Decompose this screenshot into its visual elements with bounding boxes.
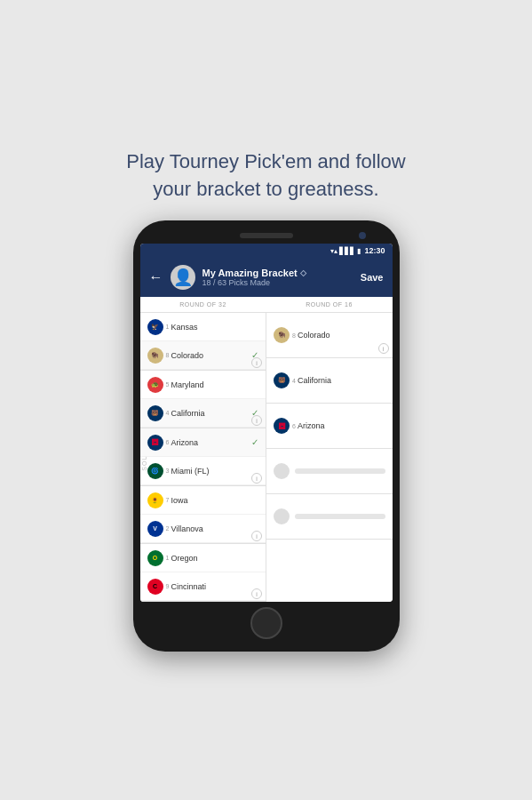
r16-matchup-3: 🅰 6 Arizona: [266, 404, 393, 449]
r16-empty-1: [266, 449, 393, 494]
bracket-content: ROUND OF 32 ROUND OF 16 South 🦅 1 Kansas: [140, 297, 393, 602]
r16-matchup-1: 🦬 8 Colorado i: [266, 313, 393, 358]
phone-shell: ▾▴ ▋▋▋ ▮ 12:30 ← 👤 My Amazing Bracket ◇ …: [133, 220, 400, 652]
table-row[interactable]: 🐻 4 California ✓: [140, 399, 266, 428]
team-logo-iowa: 🌻: [147, 492, 163, 508]
back-button[interactable]: ←: [149, 269, 163, 285]
team-logo-california: 🐻: [147, 405, 163, 421]
picks-made: 18 / 63 Picks Made: [202, 278, 353, 287]
tagline: Play Tourney Pick'em and follow your bra…: [91, 148, 441, 204]
app-header: ← 👤 My Amazing Bracket ◇ 18 / 63 Picks M…: [140, 258, 393, 297]
team-logo-arizona: 🅰: [147, 435, 163, 451]
save-button[interactable]: Save: [361, 272, 384, 283]
r16-info-badge[interactable]: i: [378, 343, 389, 354]
header-info: My Amazing Bracket ◇ 18 / 63 Picks Made: [202, 268, 353, 287]
matchup-2: 🐢 5 Maryland 🐻 4 California ✓ i: [140, 371, 266, 428]
empty-circle: [274, 463, 290, 479]
avatar-icon: 👤: [173, 269, 193, 285]
team-logo-r16-california: 🐻: [274, 372, 290, 388]
team-logo-colorado: 🦬: [147, 348, 163, 364]
avatar: 👤: [171, 265, 195, 290]
team-logo-r16-colorado: 🦬: [274, 327, 290, 343]
matchup-3: 🅰 6 Arizona ✓ 🌀 3 Miami (FL) i: [140, 428, 266, 486]
r16-matchup-2: 🐻 4 California: [266, 358, 393, 404]
table-row[interactable]: 🐢 5 Maryland: [140, 371, 266, 399]
table-row[interactable]: 🐻 4 California: [266, 358, 393, 403]
team-logo-oregon: O: [147, 550, 163, 566]
table-row[interactable]: V 2 Villanova: [140, 515, 266, 543]
battery-icon: ▮: [357, 247, 361, 255]
round-of-32-header: ROUND OF 32: [140, 297, 266, 312]
table-row[interactable]: O 1 Oregon: [140, 544, 266, 572]
status-bar: ▾▴ ▋▋▋ ▮ 12:30: [140, 244, 393, 258]
status-icons: ▾▴ ▋▋▋ ▮: [330, 247, 361, 255]
team-logo-kansas: 🦅: [147, 319, 163, 335]
phone-top: [140, 233, 393, 238]
table-row[interactable]: 🦅 1 Kansas: [140, 313, 266, 341]
empty-circle: [274, 508, 290, 524]
round-of-16-header: ROUND OF 16: [266, 297, 393, 312]
speaker: [240, 233, 293, 238]
table-row[interactable]: 🦬 8 Colorado: [266, 313, 393, 357]
home-button[interactable]: [250, 607, 282, 639]
table-row[interactable]: 🌻 7 Iowa: [140, 486, 266, 515]
phone-bottom: [140, 607, 393, 639]
camera: [359, 232, 366, 239]
empty-slot: [266, 494, 393, 539]
check-icon: ✓: [251, 437, 258, 447]
empty-slot: [266, 449, 393, 493]
table-row[interactable]: 🦬 8 Colorado ✓: [140, 341, 266, 370]
table-row[interactable]: 🌀 3 Miami (FL): [140, 457, 266, 485]
team-logo-cincinnati: C: [147, 579, 163, 595]
screen: ▾▴ ▋▋▋ ▮ 12:30 ← 👤 My Amazing Bracket ◇ …: [140, 244, 393, 602]
round-headers: ROUND OF 32 ROUND OF 16: [140, 297, 393, 313]
bracket-columns: South 🦅 1 Kansas 🦬 8 Colorado: [140, 313, 393, 602]
matchup-1: 🦅 1 Kansas 🦬 8 Colorado ✓ i: [140, 313, 266, 371]
team-logo-miami: 🌀: [147, 463, 163, 479]
bracket-name: My Amazing Bracket ◇: [202, 268, 353, 278]
r16-empty-2: [266, 494, 393, 540]
team-logo-villanova: V: [147, 521, 163, 537]
wifi-icon: ▾▴: [330, 247, 337, 255]
table-row[interactable]: 🅰 6 Arizona ✓: [140, 428, 266, 457]
empty-line: [295, 468, 385, 474]
team-logo-r16-arizona: 🅰: [274, 418, 290, 434]
right-column: 🦬 8 Colorado i 🐻 4 California: [266, 313, 393, 602]
edit-icon[interactable]: ◇: [300, 268, 306, 277]
team-logo-maryland: 🐢: [147, 377, 163, 393]
matchup-4: 🌻 7 Iowa V 2 Villanova i: [140, 486, 266, 544]
empty-line: [295, 514, 385, 519]
table-row[interactable]: C 9 Cincinnati: [140, 572, 266, 601]
status-time: 12:30: [364, 246, 385, 255]
signal-icon: ▋▋▋: [339, 247, 355, 255]
matchup-5: O 1 Oregon C 9 Cincinnati i: [140, 544, 266, 602]
left-column: 🦅 1 Kansas 🦬 8 Colorado ✓ i: [140, 313, 267, 602]
table-row[interactable]: 🅰 6 Arizona: [266, 404, 393, 448]
